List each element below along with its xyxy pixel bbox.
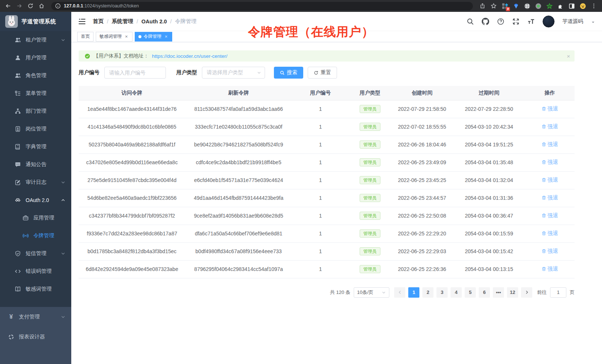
sidebar-item-tenant[interactable]: 租户管理 bbox=[0, 31, 71, 49]
fullscreen-icon[interactable] bbox=[512, 18, 520, 25]
force-logout-button[interactable]: 强退 bbox=[542, 230, 558, 237]
delete-icon bbox=[542, 231, 546, 236]
force-logout-label: 强退 bbox=[547, 248, 558, 255]
sidebar-item-label: 字典管理 bbox=[26, 143, 46, 150]
extension-record-icon[interactable] bbox=[534, 1, 543, 10]
sidebar-item-sensitive-word[interactable]: 敏感词管理 bbox=[0, 280, 71, 298]
sidebar-item-label: 应用管理 bbox=[33, 215, 54, 221]
user-type-badge: 管理员 bbox=[360, 140, 380, 149]
alert-close-icon[interactable]: × bbox=[567, 53, 570, 59]
user-avatar[interactable] bbox=[543, 16, 554, 27]
force-logout-button[interactable]: 强退 bbox=[542, 248, 558, 255]
user-type-select[interactable]: 请选择用户类型 bbox=[202, 67, 265, 79]
user-name[interactable]: 芋道源码 bbox=[562, 18, 583, 25]
force-logout-label: 强退 bbox=[547, 230, 558, 237]
chevron-down-icon[interactable] bbox=[591, 19, 595, 24]
sidebar-item-dict[interactable]: 字典管理 bbox=[0, 138, 71, 156]
page-more-button[interactable]: ••• bbox=[493, 287, 504, 298]
prev-page-button[interactable] bbox=[394, 287, 405, 298]
user-type-placeholder: 请选择用户类型 bbox=[207, 69, 243, 76]
token-table: 访问令牌刷新令牌用户编号用户类型创建时间过期时间操作 1ea5e44f8bc14… bbox=[79, 86, 575, 278]
page-button-6[interactable]: 6 bbox=[479, 287, 490, 298]
force-logout-button[interactable]: 强退 bbox=[542, 159, 558, 166]
column-header: 过期时间 bbox=[453, 86, 525, 100]
sidebar-item-audit-log[interactable]: 审计日志 bbox=[0, 173, 71, 191]
browser-back-icon[interactable] bbox=[4, 1, 13, 10]
table-row: 1ea5e44f8bc1467aaede43144f31de76811c5304… bbox=[79, 100, 575, 118]
sidebar-item-oauth2-token[interactable]: 令牌管理 bbox=[0, 227, 71, 245]
sidebar-toggle-button[interactable] bbox=[78, 17, 86, 26]
font-size-icon[interactable] bbox=[527, 18, 535, 25]
sidebar-item-notice[interactable]: 通知公告 bbox=[0, 156, 71, 173]
table-row: 6d842e2924594de9a09e45e087323abe8796295f… bbox=[79, 260, 575, 278]
sidebar-item-error-code[interactable]: 错误码管理 bbox=[0, 262, 71, 280]
sidebar-item-role[interactable]: 角色管理 bbox=[0, 67, 71, 85]
tab-home[interactable]: 首页 bbox=[77, 32, 94, 42]
goto-page-input[interactable] bbox=[550, 287, 566, 298]
sidebar-item-dept[interactable]: 部门管理 bbox=[0, 102, 71, 120]
force-logout-button[interactable]: 强退 bbox=[542, 212, 558, 219]
extension-split-screen-icon[interactable] bbox=[567, 1, 576, 10]
sidebar-item-report-designer[interactable]: 报表设计器 bbox=[0, 327, 71, 347]
force-logout-button[interactable]: 强退 bbox=[542, 123, 558, 130]
app-logo[interactable]: 芋道管理系统 bbox=[0, 12, 71, 31]
reset-button[interactable]: 重置 bbox=[308, 67, 337, 79]
tab-close-icon[interactable]: × bbox=[124, 34, 129, 39]
sidebar-item-post[interactable]: 岗位管理 bbox=[0, 120, 71, 138]
sidebar-item-oauth2[interactable]: OAuth 2.0 bbox=[0, 191, 71, 209]
user-id-input[interactable] bbox=[104, 67, 166, 79]
breadcrumb-item[interactable]: 系统管理 bbox=[112, 18, 133, 25]
force-logout-button[interactable]: 强退 bbox=[542, 141, 558, 148]
tab-close-icon[interactable]: × bbox=[164, 34, 169, 39]
browser-address-bar[interactable]: 127.0.0.1:1024/system/oauth2/token bbox=[51, 2, 473, 10]
create-time-cell: 2022-06-25 22:29:03 bbox=[391, 242, 453, 260]
sidebar-item-menu[interactable]: 菜单管理 bbox=[0, 85, 71, 102]
page-button-1[interactable]: 1 bbox=[408, 287, 419, 298]
next-page-button[interactable] bbox=[521, 287, 532, 298]
bookmark-star-icon[interactable] bbox=[489, 1, 498, 10]
extension-puzzle-icon[interactable] bbox=[556, 1, 565, 10]
force-logout-button[interactable]: 强退 bbox=[542, 195, 558, 201]
page-size-select[interactable]: 10条/页 bbox=[354, 287, 389, 298]
extension-badge: 9 bbox=[506, 7, 510, 11]
doc-link[interactable]: https://doc.iocoder.cn/user-center/ bbox=[152, 53, 228, 59]
sidebar-item-label: 报表设计器 bbox=[19, 334, 45, 340]
browser-home-icon[interactable] bbox=[37, 1, 46, 10]
sidebar-item-user[interactable]: 用户管理 bbox=[0, 49, 71, 67]
sidebar-item-sms[interactable]: 短信管理 bbox=[0, 245, 71, 262]
edit-note-icon bbox=[15, 179, 21, 185]
breadcrumb-item[interactable]: OAuth 2.0 bbox=[141, 19, 167, 24]
browser-reload-icon[interactable] bbox=[26, 1, 35, 10]
force-logout-button[interactable]: 强退 bbox=[542, 177, 558, 183]
browser-menu-icon[interactable] bbox=[589, 1, 598, 10]
extension-command-icon[interactable] bbox=[523, 1, 531, 10]
extension-gem-icon[interactable] bbox=[511, 1, 520, 10]
page-button-4[interactable]: 4 bbox=[451, 287, 462, 298]
share-icon[interactable] bbox=[478, 1, 487, 10]
site-info-icon[interactable] bbox=[55, 1, 61, 10]
sidebar-item-pay[interactable]: ¥支付管理 bbox=[0, 307, 71, 327]
tab-oauth2-token[interactable]: 令牌管理× bbox=[135, 32, 172, 42]
force-logout-label: 强退 bbox=[547, 106, 558, 112]
profile-avatar-emoji[interactable] bbox=[578, 1, 587, 10]
breadcrumb-item[interactable]: 首页 bbox=[93, 18, 104, 25]
table-row: 502375b8040a469a9b82188afdf6af1fbe90422b… bbox=[79, 136, 575, 153]
force-logout-button[interactable]: 强退 bbox=[542, 266, 558, 272]
extension-blocks-icon[interactable]: 9 bbox=[500, 1, 509, 10]
search-button[interactable]: 搜索 bbox=[274, 67, 303, 79]
help-icon[interactable] bbox=[497, 18, 504, 25]
refresh-token-cell: 333ecfc71e02480cb11055c875c3ca0f bbox=[185, 118, 292, 136]
tab-sensitive-word[interactable]: 敏感词管理× bbox=[96, 32, 132, 42]
search-icon[interactable] bbox=[467, 18, 474, 25]
page-button-5[interactable]: 5 bbox=[465, 287, 476, 298]
page-button-3[interactable]: 3 bbox=[436, 287, 448, 298]
github-icon[interactable] bbox=[482, 18, 489, 25]
sidebar-item-oauth2-application[interactable]: 应用管理 bbox=[0, 209, 71, 227]
extension-star-icon[interactable] bbox=[545, 1, 554, 10]
user-type-badge: 管理员 bbox=[360, 176, 380, 184]
browser-forward-icon[interactable] bbox=[15, 1, 24, 10]
page-button-12[interactable]: 12 bbox=[507, 287, 518, 298]
user-id-cell: 1 bbox=[292, 207, 349, 225]
force-logout-button[interactable]: 强退 bbox=[542, 106, 558, 112]
page-button-2[interactable]: 2 bbox=[422, 287, 433, 298]
